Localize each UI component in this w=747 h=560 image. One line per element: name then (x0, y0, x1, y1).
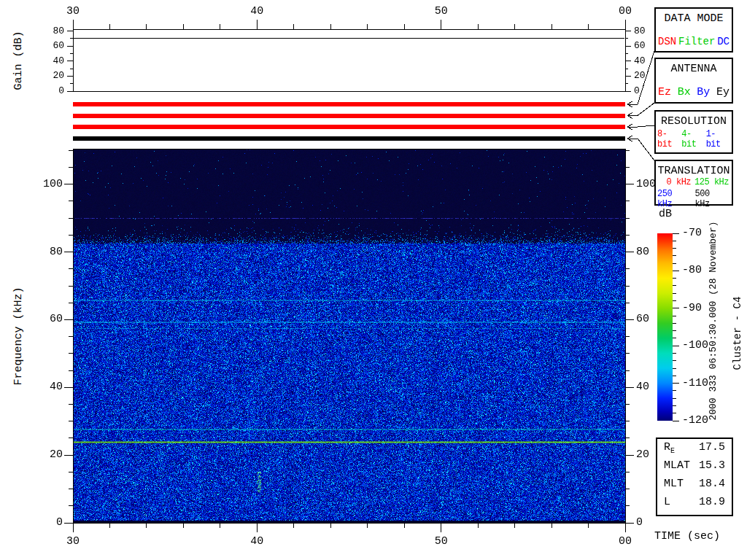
time-axis-title: TIME (sec) (654, 531, 720, 542)
time-tick-label-top: 00 (614, 6, 636, 18)
ephemeris-row: MLAT 15.3 (657, 459, 732, 476)
time-tick-label-bottom: 40 (246, 536, 268, 548)
gain-tick-label-left: 60 (41, 40, 64, 52)
panel-title: DATA MODE (656, 9, 732, 25)
data-mode-option: DC (717, 36, 729, 47)
ephemeris-label: RE (664, 441, 675, 458)
colorbar-tick-label: -100 (682, 340, 717, 351)
time-tick-label-bottom: 50 (430, 536, 452, 548)
time-tick-label-top: 30 (62, 6, 84, 18)
gain-tick-label-right: 0 (634, 85, 657, 97)
gain-tick-label-left: 0 (41, 85, 64, 97)
freq-tick-label-left: 100 (38, 179, 63, 190)
ephemeris-label: MLAT (664, 459, 690, 476)
gain-tick-label-left: 40 (41, 55, 64, 67)
time-tick-label-bottom: 30 (62, 536, 84, 548)
ephemeris-value: 18.4 (699, 478, 725, 494)
panel-antenna: ANTENNA Ez Bx By Ey (654, 58, 733, 104)
spectrogram-plot (73, 149, 625, 523)
freq-tick-label-right: 20 (636, 449, 665, 461)
time-tick-label-bottom: 00 (614, 536, 636, 548)
gain-tick-label-right: 40 (634, 55, 657, 67)
freq-tick-label-right: 60 (636, 314, 665, 325)
panel-title: RESOLUTION (656, 112, 732, 128)
resolution-option: 4-bit (681, 129, 705, 149)
ephemeris-value: 15.3 (699, 459, 725, 476)
panel-data-mode: DATA MODE DSN Filter DC (654, 7, 733, 52)
wbd-spectrogram-display: Gain (dB) Frequency (kHz) DATA MODE DSN … (0, 0, 747, 560)
gain-tick-label-left: 80 (41, 26, 64, 37)
translation-option: 0 kHz (667, 177, 692, 187)
ephemeris-panel: RE 17.5 MLAT 15.3 MLT 18.4 L 18.9 (656, 438, 733, 516)
translation-option: 500 kHz (695, 189, 729, 209)
resolution-option: 1-bit (706, 129, 730, 149)
frequency-axis-title: Frequency (kHz) (12, 274, 26, 398)
gain-tick-label-right: 60 (634, 40, 657, 52)
colorbar-tick-label: -80 (682, 265, 717, 276)
antenna-option: Bx (678, 86, 691, 98)
freq-tick-label-left: 20 (38, 449, 63, 461)
freq-tick-label-right: 40 (636, 381, 665, 393)
freq-tick-label-left: 80 (38, 246, 63, 258)
ephemeris-label: MLT (664, 478, 684, 494)
ephemeris-value: 17.5 (699, 441, 725, 458)
time-tick-label-top: 50 (430, 6, 452, 18)
freq-tick-label-left: 40 (38, 381, 63, 393)
antenna-option: Ey (716, 86, 729, 98)
antenna-bar (73, 114, 625, 118)
colorbar-tick-label: -70 (682, 228, 717, 239)
freq-tick-label-right: 80 (636, 246, 665, 258)
panel-title: TRANSLATION (656, 161, 732, 177)
freq-tick-label-left: 0 (38, 517, 63, 529)
freq-tick-label-right: 100 (636, 179, 665, 190)
translation-option: 125 kHz (694, 177, 729, 187)
time-tick-label-top: 40 (246, 6, 268, 18)
ephemeris-row: RE 17.5 (657, 441, 732, 458)
colorbar-tick-label: -110 (682, 378, 717, 389)
panel-translation: TRANSLATION 0 kHz 125 kHz 250 kHz 500 kH… (654, 160, 733, 206)
panel-title: ANTENNA (656, 59, 732, 75)
ephemeris-row: MLT 18.4 (657, 478, 732, 494)
colorbar-tick-label: -120 (682, 415, 717, 427)
ephemeris-label: L (664, 496, 670, 513)
gain-axis-title: Gain (dB) (12, 20, 26, 101)
gain-tick-label-right: 80 (634, 26, 657, 37)
gain-tick-label-left: 20 (41, 70, 64, 82)
resolution-bar (73, 125, 625, 129)
data-mode-option: Filter (678, 36, 715, 47)
data-mode-bar (73, 102, 625, 106)
panel-resolution: RESOLUTION 8-bit 4-bit 1-bit (654, 110, 733, 154)
colorbar-title: dB (654, 209, 676, 220)
data-mode-option: DSN (658, 36, 676, 47)
antenna-option: By (697, 86, 710, 98)
colorbar-tick-label: -90 (682, 303, 717, 314)
gain-tick-label-right: 20 (634, 70, 657, 82)
spacecraft-label: Cluster - C4 (731, 284, 744, 383)
resolution-option: 8-bit (657, 129, 681, 149)
ephemeris-row: L 18.9 (657, 496, 732, 513)
freq-tick-label-right: 0 (636, 517, 665, 529)
antenna-option: Ez (658, 86, 671, 98)
translation-bar (73, 136, 625, 141)
ephemeris-value: 18.9 (699, 496, 725, 513)
freq-tick-label-left: 60 (38, 314, 63, 325)
datetime-label: 2000 333 06:50:30.000 (28 November) (707, 211, 720, 430)
translation-option: 250 kHz (657, 189, 692, 209)
